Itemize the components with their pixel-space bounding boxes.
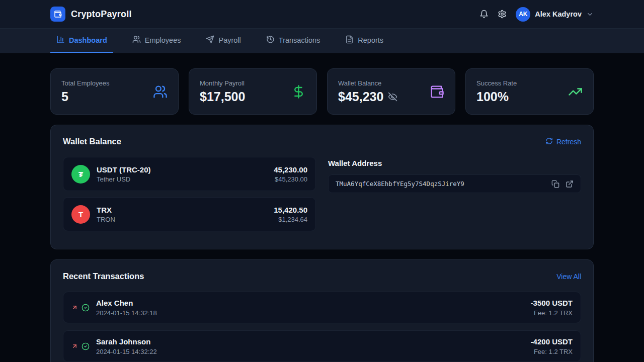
transaction-name: Alex Chen xyxy=(96,299,157,307)
wallet-address-label: Wallet Address xyxy=(328,159,581,167)
stat-card-monthly-payroll: Monthly Payroll $17,500 xyxy=(189,68,317,115)
copy-icon[interactable] xyxy=(551,180,559,188)
token-amount: 45,230.00 xyxy=(274,165,307,174)
stat-card-total-employees: Total Employees 5 xyxy=(50,68,179,115)
file-text-icon xyxy=(345,35,354,45)
users-icon xyxy=(153,84,168,99)
view-all-link[interactable]: View All xyxy=(556,273,581,281)
stat-value: $17,500 xyxy=(200,89,245,104)
bar-chart-icon xyxy=(56,35,65,45)
stat-value: 5 xyxy=(61,89,109,104)
tab-label: Dashboard xyxy=(69,36,107,44)
trending-up-icon xyxy=(568,84,583,99)
refresh-button[interactable]: Refresh xyxy=(545,137,581,146)
stat-label: Total Employees xyxy=(61,79,109,87)
transaction-timestamp: 2024-01-15 14:32:18 xyxy=(96,309,157,317)
token-list: ₮ USDT (TRC-20) Tether USD 45,230.00 $45… xyxy=(63,157,316,237)
panel-title: Wallet Balance xyxy=(63,137,121,146)
refresh-label: Refresh xyxy=(556,138,581,146)
tab-employees[interactable]: Employees xyxy=(126,29,187,53)
send-icon xyxy=(206,35,214,45)
tab-reports[interactable]: Reports xyxy=(339,29,389,53)
wallet-address-block: Wallet Address TMuA6YqfCeX8EhbfYEg5y7S4D… xyxy=(328,157,581,237)
tab-label: Reports xyxy=(358,36,383,44)
refresh-icon xyxy=(545,137,553,146)
transaction-row: Alex Chen 2024-01-15 14:32:18 -3500 USDT… xyxy=(63,292,581,323)
token-row-usdt: ₮ USDT (TRC-20) Tether USD 45,230.00 $45… xyxy=(63,157,316,191)
chevron-down-icon xyxy=(586,11,594,18)
tab-label: Payroll xyxy=(218,36,240,44)
token-amount: 15,420.50 xyxy=(274,206,307,214)
eye-off-icon[interactable] xyxy=(388,92,397,102)
users-icon xyxy=(132,35,141,45)
token-row-trx: T TRX TRON 15,420.50 $1,234.64 xyxy=(63,197,316,231)
transaction-amount: -4200 USDT xyxy=(531,337,573,346)
usdt-token-icon: ₮ xyxy=(71,165,90,184)
token-usd-value: $1,234.64 xyxy=(274,216,307,223)
token-symbol: USDT (TRC-20) xyxy=(97,165,151,174)
wallet-address-value: TMuA6YqfCeX8EhbfYEg5y7S4DqzSJireY9 xyxy=(336,180,464,188)
transaction-fee: Fee: 1.2 TRX xyxy=(531,309,573,317)
transaction-timestamp: 2024-01-15 14:32:22 xyxy=(96,348,157,355)
tab-label: Transactions xyxy=(279,36,320,44)
token-name: Tether USD xyxy=(97,175,151,183)
stat-value: 100% xyxy=(476,89,517,104)
token-name: TRON xyxy=(97,216,115,223)
transaction-row: Sarah Johnson 2024-01-15 14:32:22 -4200 … xyxy=(63,330,581,362)
brand: CryptoPayroll xyxy=(50,7,132,22)
app-header: CryptoPayroll AK Alex Kadyrov xyxy=(0,0,644,29)
token-symbol: TRX xyxy=(97,206,115,214)
stat-label: Wallet Balance xyxy=(338,79,397,87)
transaction-amount: -3500 USDT xyxy=(531,299,573,307)
panel-title: Recent Transactions xyxy=(63,272,144,281)
user-name: Alex Kadyrov xyxy=(535,10,582,18)
check-circle-icon xyxy=(82,304,90,312)
transaction-fee: Fee: 1.2 TRX xyxy=(531,348,573,355)
token-usd-value: $45,230.00 xyxy=(274,175,307,183)
avatar: AK xyxy=(516,7,530,22)
stat-label: Monthly Payroll xyxy=(200,79,245,87)
stats-row: Total Employees 5 Monthly Payroll $17,50… xyxy=(50,68,594,115)
wallet-balance-panel: Wallet Balance Refresh ₮ USDT (TRC-20) T… xyxy=(50,125,594,249)
check-circle-icon xyxy=(82,342,90,350)
stat-card-wallet-balance: Wallet Balance $45,230 xyxy=(327,68,455,115)
dollar-icon xyxy=(291,84,306,99)
tab-label: Employees xyxy=(145,36,181,44)
transaction-name: Sarah Johnson xyxy=(96,337,157,346)
wallet-icon xyxy=(430,84,444,99)
external-link-icon[interactable] xyxy=(566,180,574,188)
bell-icon[interactable] xyxy=(479,10,489,19)
trx-token-icon: T xyxy=(71,205,90,224)
recent-transactions-panel: Recent Transactions View All Alex Chen 2… xyxy=(50,259,594,362)
gear-icon[interactable] xyxy=(498,10,507,19)
brand-name: CryptoPayroll xyxy=(71,9,132,20)
stat-label: Success Rate xyxy=(476,79,517,87)
stat-value: $45,230 xyxy=(338,89,383,104)
wallet-address-box: TMuA6YqfCeX8EhbfYEg5y7S4DqzSJireY9 xyxy=(328,174,581,193)
wallet-logo-icon xyxy=(50,7,65,22)
stat-card-success-rate: Success Rate 100% xyxy=(465,68,594,115)
history-icon xyxy=(266,35,275,45)
main-nav: Dashboard Employees Payroll Transactions… xyxy=(0,29,644,53)
arrow-up-right-icon xyxy=(71,343,78,349)
tab-payroll[interactable]: Payroll xyxy=(200,29,247,53)
tab-transactions[interactable]: Transactions xyxy=(260,29,326,53)
user-menu[interactable]: AK Alex Kadyrov xyxy=(516,7,594,22)
arrow-up-right-icon xyxy=(71,304,78,311)
tab-dashboard[interactable]: Dashboard xyxy=(50,29,113,53)
